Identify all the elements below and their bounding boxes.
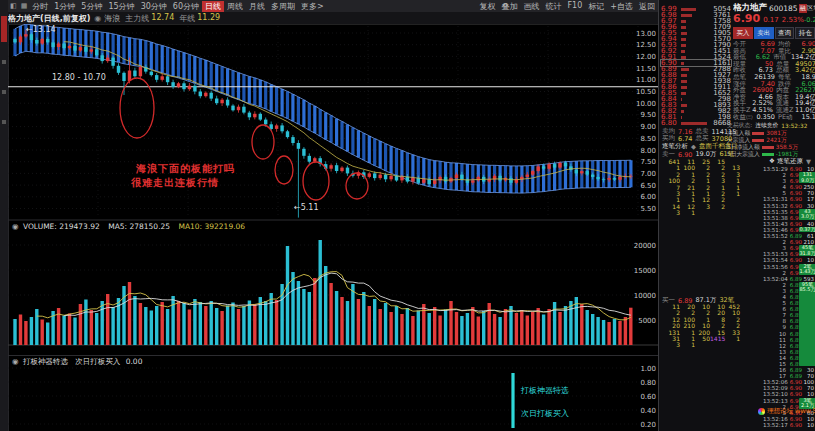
stat-row-净资: 净资4.66股本19.4亿 xyxy=(733,94,815,101)
toolbar-item-+自选[interactable]: +自选 xyxy=(607,1,636,12)
ladder-row-6.80[interactable]: 6.808668 xyxy=(661,120,731,126)
big-order-block: 45笔31.8万 xyxy=(799,245,815,256)
svg-text:9.50: 9.50 xyxy=(640,111,656,119)
buy-button[interactable]: 买入 xyxy=(733,27,753,39)
queue-order xyxy=(725,210,740,216)
toolbar-item-F10[interactable]: F10 xyxy=(565,1,586,12)
indicator-token-value: 11.29 xyxy=(197,13,220,24)
annotation-line2: 很难走出连板行情 xyxy=(131,176,219,190)
chart-title: 格力地产(日线,前复权) xyxy=(8,13,90,24)
period-tab-15分钟[interactable]: 15分钟 xyxy=(105,1,137,12)
queue-order xyxy=(695,210,710,216)
sidebar-dot xyxy=(2,60,6,64)
svg-text:9.00: 9.00 xyxy=(640,123,656,131)
annotation-line1: 海浪下面的板能打吗 xyxy=(136,162,235,176)
stat-row-换手Z: 换手Z4.51%流通Z11.0亿 xyxy=(733,107,815,114)
tick-row: 13:52:176.9010 xyxy=(763,422,815,428)
stat-row-最高: 最高7.07量比2.90 xyxy=(733,48,815,55)
svg-text:0.60: 0.60 xyxy=(640,393,656,401)
big-order-block: 433.0万 xyxy=(799,209,815,220)
watermark: 理想论坛 www.55188.com xyxy=(758,407,815,416)
indicator-signal-label: 次日打板买入 xyxy=(75,357,120,366)
buy1-queue: 1120101045222220101210018220210102213112… xyxy=(665,304,745,349)
signal-label-1: 打板神器特选 xyxy=(521,385,569,396)
svg-text:1.00: 1.00 xyxy=(640,365,656,373)
big-order-block: 95笔85.5万 xyxy=(799,282,815,366)
volume-pane-header: ◉ VOLUME: 219473.92 MA5: 278150.25 MA10:… xyxy=(12,222,245,231)
price-change-pct: 2.53% xyxy=(782,16,804,24)
sell-button[interactable]: 卖出 xyxy=(754,27,774,39)
period-tab-多周期[interactable]: 多周期 xyxy=(268,1,298,12)
stat-row-现量: 现量50总量49507 xyxy=(733,61,815,68)
stat-row-今开: 今开6.69均价6.90 xyxy=(733,41,815,48)
period-tab-分时[interactable]: 分时 xyxy=(29,1,51,12)
period-tab-更多>[interactable]: 更多> xyxy=(298,1,327,12)
queue-order xyxy=(710,342,725,348)
price-row: 6.90 0.17 2.53% -0.26% xyxy=(733,12,815,25)
toolbar: ◧ ▦ 分时1分钟5分钟15分钟30分钟60分钟日线周线月线多周期更多> 复权叠… xyxy=(8,0,658,12)
indicator-name: 海浪 xyxy=(104,13,120,24)
peak-price-label: ←13.14 xyxy=(26,25,56,34)
svg-text:11.50: 11.50 xyxy=(636,65,656,73)
queue-order: 3 xyxy=(665,210,680,216)
forum-logo-icon xyxy=(758,408,765,415)
sidebar-dot xyxy=(2,120,6,124)
pane-dot-icon: ◉ xyxy=(12,357,19,366)
low-price-label: ←5.11 xyxy=(294,203,319,212)
svg-text:7.50: 7.50 xyxy=(640,158,656,166)
position-button[interactable]: 持仓 xyxy=(795,27,815,39)
period-tabs: 分时1分钟5分钟15分钟30分钟60分钟日线周线月线多周期更多> xyxy=(29,1,326,12)
queue-order xyxy=(725,342,740,348)
toolbar-item-叠加[interactable]: 叠加 xyxy=(499,1,521,12)
range-label: 12.80 - 10.70 xyxy=(52,73,106,82)
pane-dot-icon: ◉ xyxy=(12,222,19,231)
sell1-queue: 6411125151100221321223100213172121131121… xyxy=(665,159,745,217)
toolbar-item-标记[interactable]: 标记 xyxy=(585,1,607,12)
queue-order: 1 xyxy=(680,342,695,348)
toolbar-item-复权[interactable]: 复权 xyxy=(477,1,499,12)
volume-label: VOLUME: xyxy=(23,222,57,231)
toolbar-item-画线[interactable]: 画线 xyxy=(521,1,543,12)
svg-text:15000: 15000 xyxy=(634,267,656,275)
svg-text:10.50: 10.50 xyxy=(636,88,656,96)
stat-row-外盘: 外盘26900内盘22627 xyxy=(733,87,815,94)
period-tab-30分钟[interactable]: 30分钟 xyxy=(138,1,170,12)
trade-buttons: 买入卖出查询持仓 xyxy=(733,27,815,39)
sidebar-red-tag xyxy=(1,16,7,42)
queue-order xyxy=(695,342,710,348)
period-tab-5分钟[interactable]: 5分钟 xyxy=(78,1,105,12)
period-tab-日线[interactable]: 日线 xyxy=(202,1,224,12)
svg-text:6.50: 6.50 xyxy=(640,182,656,190)
svg-text:0.80: 0.80 xyxy=(640,379,656,387)
indicator-values: 主力线12.74年线11.29 xyxy=(120,13,220,24)
svg-text:6.00: 6.00 xyxy=(640,193,656,201)
signal-label-2: 次日打板买入 xyxy=(521,408,569,419)
price-change: 0.17 xyxy=(763,16,779,24)
volume-value: 219473.92 xyxy=(59,222,100,231)
indicator-token-value: 12.74 xyxy=(151,13,174,24)
stat-row-换手: 换手2.52%流通19.4亿 xyxy=(733,100,815,107)
svg-text:13.00: 13.00 xyxy=(636,30,656,38)
grid-icon[interactable]: ▦ xyxy=(21,2,28,10)
period-tab-周线[interactable]: 周线 xyxy=(224,1,246,12)
stat-row-最低: 最低6.62市值134.2亿 xyxy=(733,54,815,61)
indicator-token-label: 年线 xyxy=(179,13,195,24)
tick-list-tab[interactable]: ❖ 逐笔还原 ▼ xyxy=(769,157,811,166)
svg-text:7.00: 7.00 xyxy=(640,170,656,178)
last-price: 6.90 xyxy=(733,12,760,25)
indicator-token-label: 主力线 xyxy=(125,13,149,24)
query-button[interactable]: 查询 xyxy=(775,27,795,39)
toolbar-item-返回[interactable]: 返回 xyxy=(636,1,658,12)
toolbar-item-统计[interactable]: 统计 xyxy=(543,1,565,12)
queue-order: 3 xyxy=(665,342,680,348)
chevron-down-icon[interactable]: ▼ xyxy=(806,158,811,166)
svg-text:8.50: 8.50 xyxy=(640,135,656,143)
svg-text:0.40: 0.40 xyxy=(640,407,656,415)
period-tab-月线[interactable]: 月线 xyxy=(246,1,268,12)
period-tab-1分钟[interactable]: 1分钟 xyxy=(51,1,78,12)
menu-icon[interactable]: ◧ xyxy=(10,2,17,10)
big-order-block: 2笔1.43万 xyxy=(799,264,815,275)
period-tab-60分钟[interactable]: 60分钟 xyxy=(170,1,202,12)
queue-order xyxy=(710,210,725,216)
indicator-pane-header: ◉ 打板神器特选 次日打板买入 0.00 xyxy=(12,357,142,367)
